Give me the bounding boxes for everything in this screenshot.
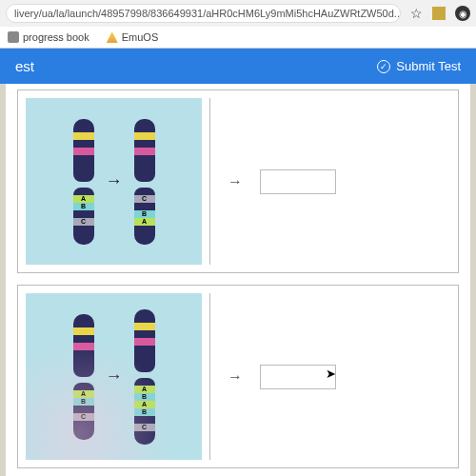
bookmark-progress-book[interactable]: progress book xyxy=(8,31,89,43)
url-text[interactable]: livery/ua/la/launch/48957998/836649931/a… xyxy=(6,4,401,23)
chromosome-left: A B C xyxy=(73,314,94,440)
check-icon: ✓ xyxy=(377,60,390,73)
submit-test-button[interactable]: ✓ Submit Test xyxy=(377,59,461,73)
bookmark-emuos[interactable]: EmuOS xyxy=(107,31,159,43)
chromosome-diagram-2: A B C → A B A xyxy=(26,293,202,460)
url-bar: livery/ua/la/launch/48957998/836649931/a… xyxy=(0,0,476,27)
app-header: est ✓ Submit Test xyxy=(0,49,476,84)
diagram-cell: A B C → C B xyxy=(26,98,210,265)
arrow-icon: → xyxy=(228,368,243,386)
arrow-icon: → xyxy=(228,173,243,190)
question-row: A B C → C B xyxy=(17,89,459,273)
arrow-icon: → xyxy=(106,171,123,191)
content-area: A B C → C B xyxy=(6,84,470,476)
answer-input-1[interactable] xyxy=(260,169,336,194)
chromosome-right: A B A B C xyxy=(134,309,155,445)
profile-icon[interactable]: ◉ xyxy=(455,6,470,21)
answer-input-2[interactable] xyxy=(260,365,336,389)
bookmark-label: progress book xyxy=(23,31,89,43)
progress-book-icon xyxy=(8,31,19,43)
bookmark-label: EmuOS xyxy=(122,31,159,43)
chromosome-left: A B C xyxy=(73,119,94,245)
chromosome-right: C B A xyxy=(134,119,155,245)
page-title: est xyxy=(15,58,34,74)
arrow-icon: → xyxy=(106,367,123,387)
extension-icon[interactable] xyxy=(432,7,446,20)
question-row: A B C → A B A xyxy=(17,285,459,468)
diagram-cell: A B C → A B A xyxy=(26,293,210,460)
bookmark-star-icon[interactable]: ☆ xyxy=(410,6,423,21)
submit-label: Submit Test xyxy=(396,59,461,73)
url-icons: ☆ ◉ xyxy=(401,6,470,21)
chromosome-diagram-1: A B C → C B xyxy=(26,98,202,265)
emuos-icon xyxy=(107,31,118,43)
bookmarks-bar: progress book EmuOS xyxy=(0,27,476,48)
browser-chrome: livery/ua/la/launch/48957998/836649931/a… xyxy=(0,0,476,49)
